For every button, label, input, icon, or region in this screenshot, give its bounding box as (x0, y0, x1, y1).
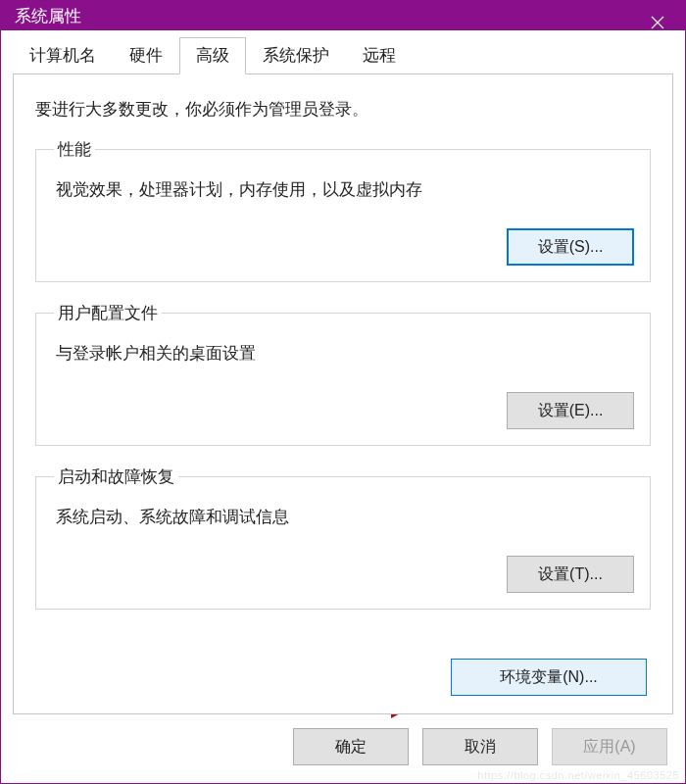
close-icon (651, 16, 664, 29)
system-properties-window: 系统属性 计算机名 硬件 高级 系统保护 远程 要进行大多数更改，你必须作为管理… (0, 0, 686, 784)
performance-settings-button[interactable]: 设置(S)... (507, 228, 634, 266)
admin-note: 要进行大多数更改，你必须作为管理员登录。 (35, 98, 651, 121)
performance-legend: 性能 (54, 138, 95, 161)
tab-computer-name[interactable]: 计算机名 (13, 37, 113, 74)
dialog-footer: 确定 取消 应用(A) (13, 714, 673, 767)
environment-variables-button[interactable]: 环境变量(N)... (451, 659, 647, 696)
startup-recovery-legend: 启动和故障恢复 (54, 466, 178, 488)
tabstrip: 计算机名 硬件 高级 系统保护 远程 (13, 40, 673, 74)
tab-hardware[interactable]: 硬件 (113, 37, 179, 74)
user-profiles-legend: 用户配置文件 (54, 302, 162, 324)
startup-recovery-settings-button[interactable]: 设置(T)... (507, 556, 634, 593)
user-profiles-settings-button[interactable]: 设置(E)... (507, 392, 634, 429)
dialog-body: 计算机名 硬件 高级 系统保护 远程 要进行大多数更改，你必须作为管理员登录。 … (1, 30, 685, 783)
user-profiles-desc: 与登录帐户相关的桌面设置 (56, 342, 634, 365)
performance-desc: 视觉效果，处理器计划，内存使用，以及虚拟内存 (56, 178, 634, 201)
advanced-tab-page: 要进行大多数更改，你必须作为管理员登录。 性能 视觉效果，处理器计划，内存使用，… (13, 74, 673, 714)
apply-button[interactable]: 应用(A) (552, 728, 667, 765)
startup-recovery-group: 启动和故障恢复 系统启动、系统故障和调试信息 设置(T)... (35, 466, 651, 610)
cancel-button[interactable]: 取消 (422, 728, 538, 765)
performance-group: 性能 视觉效果，处理器计划，内存使用，以及虚拟内存 设置(S)... (35, 138, 651, 282)
user-profiles-group: 用户配置文件 与登录帐户相关的桌面设置 设置(E)... (35, 302, 651, 446)
tab-system-protection[interactable]: 系统保护 (246, 37, 346, 74)
ok-button[interactable]: 确定 (293, 728, 409, 765)
tab-remote[interactable]: 远程 (346, 37, 413, 74)
startup-recovery-desc: 系统启动、系统故障和调试信息 (56, 506, 634, 528)
window-title: 系统属性 (15, 5, 81, 27)
tab-advanced[interactable]: 高级 (179, 37, 246, 74)
titlebar: 系统属性 (1, 1, 685, 30)
